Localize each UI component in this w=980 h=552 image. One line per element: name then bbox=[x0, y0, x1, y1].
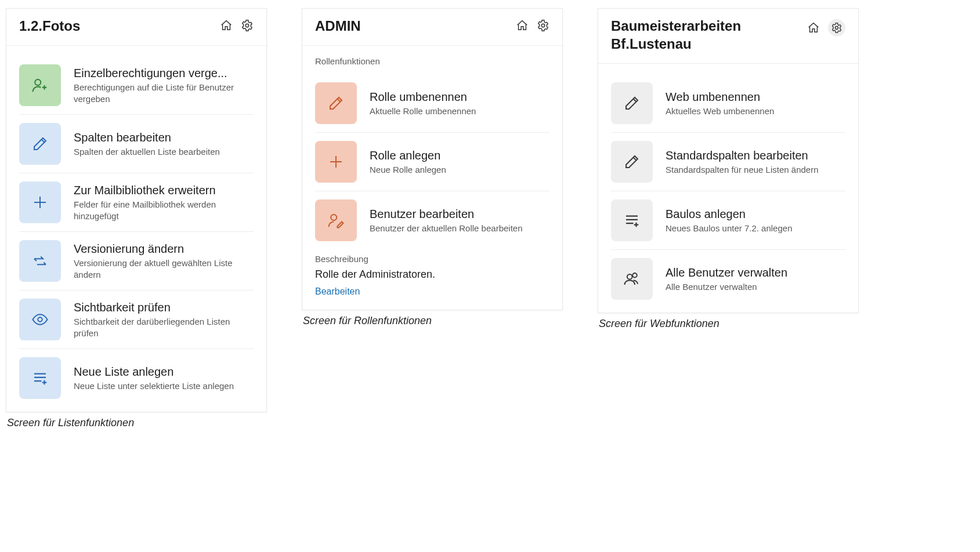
item-title: Web umbenennen bbox=[666, 89, 774, 104]
item-sub: Alle Benutzer verwalten bbox=[666, 281, 787, 293]
web-functions-panel: Baumeisterarbeiten Bf.Lustenau Web umben… bbox=[598, 8, 859, 313]
item-sub: Felder für eine Mailbibliothek werden hi… bbox=[74, 199, 254, 223]
item-sub: Standardspalten für neue Listen ändern bbox=[666, 164, 819, 176]
gear-icon[interactable] bbox=[241, 19, 254, 32]
plus-icon bbox=[19, 181, 61, 223]
item-sub: Benutzer der aktuellen Rolle bearbeiten bbox=[370, 223, 523, 234]
item-title: Sichtbarkeit prüfen bbox=[74, 300, 254, 315]
item-title: Alle Benutzer verwalten bbox=[666, 265, 787, 280]
home-icon[interactable] bbox=[807, 21, 820, 34]
svg-point-5 bbox=[836, 27, 838, 30]
panel-title: 1.2.Fotos bbox=[19, 17, 80, 35]
item-sub: Sichtbarkeit der darüberliegenden Listen… bbox=[74, 316, 254, 340]
create-role-item[interactable]: Rolle anlegen Neue Rolle anlegen bbox=[315, 133, 549, 191]
description-label: Beschreibung bbox=[315, 254, 549, 264]
versioning-item[interactable]: Versionierung ändern Versionierung der a… bbox=[19, 232, 254, 290]
item-title: Rolle anlegen bbox=[370, 148, 446, 163]
version-icon bbox=[19, 240, 61, 282]
extend-maillib-item[interactable]: Zur Mailbibliothek erweitern Felder für … bbox=[19, 173, 254, 231]
home-icon[interactable] bbox=[516, 19, 529, 32]
item-sub: Neue Liste unter selektierte Liste anleg… bbox=[74, 380, 234, 392]
permissions-item[interactable]: Einzelberechtigungen verge... Berechtigu… bbox=[19, 56, 254, 115]
new-list-item[interactable]: Neue Liste anlegen Neue Liste unter sele… bbox=[19, 349, 254, 407]
panel-caption: Screen für Listenfunktionen bbox=[7, 417, 267, 429]
panel-caption: Screen für Webfunktionen bbox=[599, 318, 859, 330]
item-title: Spalten bearbeiten bbox=[74, 130, 220, 145]
item-sub: Aktuelle Rolle umbenennen bbox=[370, 106, 476, 117]
pencil-icon bbox=[19, 123, 61, 165]
user-edit-icon bbox=[315, 199, 357, 241]
item-title: Baulos anlegen bbox=[666, 206, 793, 221]
list-add-icon bbox=[19, 357, 61, 399]
item-sub: Neue Rolle anlegen bbox=[370, 164, 446, 176]
item-sub: Spalten der aktuellen Liste bearbeiten bbox=[74, 146, 220, 158]
description-text: Rolle der Administratoren. bbox=[315, 268, 549, 281]
create-baulos-item[interactable]: Baulos anlegen Neues Baulos unter 7.2. a… bbox=[611, 191, 845, 249]
pencil-icon bbox=[611, 82, 653, 124]
svg-point-2 bbox=[38, 317, 42, 322]
item-title: Benutzer bearbeiten bbox=[370, 206, 523, 221]
eye-icon bbox=[19, 299, 61, 340]
item-title: Versionierung ändern bbox=[74, 241, 254, 256]
svg-point-6 bbox=[627, 274, 632, 279]
edit-description-link[interactable]: Bearbeiten bbox=[315, 286, 549, 297]
panel-title: ADMIN bbox=[315, 17, 361, 35]
svg-point-3 bbox=[541, 24, 545, 27]
gear-icon[interactable] bbox=[537, 19, 549, 32]
svg-point-4 bbox=[331, 215, 337, 220]
item-sub: Neues Baulos unter 7.2. anlegen bbox=[666, 223, 793, 234]
item-sub: Aktuelles Web umbenennen bbox=[666, 106, 774, 117]
panel-caption: Screen für Rollenfunktionen bbox=[303, 315, 563, 327]
pencil-icon bbox=[611, 141, 653, 183]
plus-icon bbox=[315, 141, 357, 183]
gear-icon[interactable] bbox=[828, 19, 845, 37]
visibility-item[interactable]: Sichtbarkeit prüfen Sichtbarkeit der dar… bbox=[19, 290, 254, 348]
svg-point-0 bbox=[245, 24, 249, 27]
svg-point-7 bbox=[632, 273, 637, 278]
users-icon bbox=[611, 258, 653, 300]
pencil-icon bbox=[315, 82, 357, 124]
manage-users-item[interactable]: Alle Benutzer verwalten Alle Benutzer ve… bbox=[611, 250, 845, 308]
panel-title: Baumeisterarbeiten Bf.Lustenau bbox=[611, 17, 807, 53]
user-plus-icon bbox=[19, 64, 61, 106]
edit-columns-item[interactable]: Spalten bearbeiten Spalten der aktuellen… bbox=[19, 115, 254, 173]
role-functions-panel: ADMIN Rollenfunktionen Rolle umbenennen … bbox=[302, 8, 563, 310]
section-label: Rollenfunktionen bbox=[315, 56, 549, 66]
item-title: Einzelberechtigungen verge... bbox=[74, 66, 254, 81]
edit-users-item[interactable]: Benutzer bearbeiten Benutzer der aktuell… bbox=[315, 191, 549, 249]
list-add-icon bbox=[611, 199, 653, 241]
home-icon[interactable] bbox=[220, 19, 233, 32]
item-sub: Versionierung der aktuell gewählten List… bbox=[74, 257, 254, 281]
svg-point-1 bbox=[35, 79, 41, 85]
item-sub: Berechtigungen auf die Liste für Benutze… bbox=[74, 82, 254, 106]
edit-default-columns-item[interactable]: Standardspalten bearbeiten Standardspalt… bbox=[611, 133, 845, 191]
rename-role-item[interactable]: Rolle umbenennen Aktuelle Rolle umbenenn… bbox=[315, 74, 549, 133]
item-title: Standardspalten bearbeiten bbox=[666, 148, 819, 163]
item-title: Zur Mailbibliothek erweitern bbox=[74, 183, 254, 198]
list-functions-panel: 1.2.Fotos Einzelberechtigungen verge... … bbox=[6, 8, 267, 412]
rename-web-item[interactable]: Web umbenennen Aktuelles Web umbenennen bbox=[611, 74, 845, 133]
item-title: Rolle umbenennen bbox=[370, 89, 476, 104]
item-title: Neue Liste anlegen bbox=[74, 364, 234, 379]
